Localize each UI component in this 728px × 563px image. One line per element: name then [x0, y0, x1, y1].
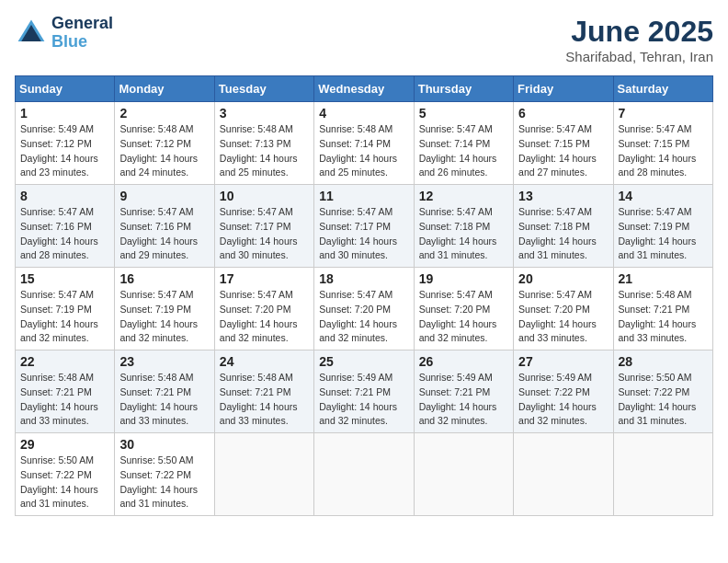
day-cell: 23 Sunrise: 5:48 AM Sunset: 7:21 PM Dayl… [115, 350, 214, 433]
day-info: Sunrise: 5:47 AM Sunset: 7:20 PM Dayligh… [220, 288, 309, 346]
day-cell [514, 433, 613, 516]
weekday-header-thursday: Thursday [414, 76, 513, 102]
day-info: Sunrise: 5:47 AM Sunset: 7:17 PM Dayligh… [220, 205, 309, 263]
day-info: Sunrise: 5:48 AM Sunset: 7:21 PM Dayligh… [220, 371, 309, 429]
logo-icon [15, 17, 48, 50]
day-cell [314, 433, 414, 516]
day-cell: 3 Sunrise: 5:48 AM Sunset: 7:13 PM Dayli… [214, 102, 313, 185]
week-row-1: 1 Sunrise: 5:49 AM Sunset: 7:12 PM Dayli… [16, 102, 713, 185]
day-number: 28 [619, 354, 708, 369]
day-number: 7 [619, 106, 708, 121]
day-cell: 16 Sunrise: 5:47 AM Sunset: 7:19 PM Dayl… [115, 268, 214, 350]
day-info: Sunrise: 5:47 AM Sunset: 7:20 PM Dayligh… [319, 288, 408, 346]
page-header: General Blue June 2025 Sharifabad, Tehra… [15, 15, 713, 64]
day-info: Sunrise: 5:47 AM Sunset: 7:14 PM Dayligh… [419, 122, 508, 180]
day-info: Sunrise: 5:49 AM Sunset: 7:12 PM Dayligh… [20, 122, 109, 180]
day-info: Sunrise: 5:47 AM Sunset: 7:19 PM Dayligh… [119, 288, 209, 346]
day-cell: 25 Sunrise: 5:49 AM Sunset: 7:21 PM Dayl… [314, 350, 414, 433]
day-number: 23 [119, 354, 209, 369]
day-cell: 30 Sunrise: 5:50 AM Sunset: 7:22 PM Dayl… [115, 433, 214, 516]
week-row-3: 15 Sunrise: 5:47 AM Sunset: 7:19 PM Dayl… [16, 268, 713, 350]
day-info: Sunrise: 5:47 AM Sunset: 7:18 PM Dayligh… [419, 205, 508, 263]
logo-text: General Blue [51, 15, 113, 52]
day-info: Sunrise: 5:49 AM Sunset: 7:21 PM Dayligh… [319, 371, 408, 429]
weekday-header-monday: Monday [115, 76, 214, 102]
day-number: 22 [20, 354, 109, 369]
day-cell: 18 Sunrise: 5:47 AM Sunset: 7:20 PM Dayl… [314, 268, 414, 350]
day-info: Sunrise: 5:47 AM Sunset: 7:17 PM Dayligh… [319, 205, 408, 263]
day-info: Sunrise: 5:47 AM Sunset: 7:20 PM Dayligh… [518, 288, 608, 346]
day-number: 18 [319, 271, 408, 286]
day-cell: 15 Sunrise: 5:47 AM Sunset: 7:19 PM Dayl… [16, 268, 115, 350]
day-number: 6 [518, 106, 608, 121]
day-number: 4 [319, 106, 408, 121]
day-number: 26 [419, 354, 508, 369]
day-info: Sunrise: 5:50 AM Sunset: 7:22 PM Dayligh… [619, 371, 708, 429]
day-number: 27 [518, 354, 608, 369]
day-info: Sunrise: 5:49 AM Sunset: 7:21 PM Dayligh… [419, 371, 508, 429]
day-number: 19 [419, 271, 508, 286]
day-cell: 10 Sunrise: 5:47 AM Sunset: 7:17 PM Dayl… [214, 185, 313, 268]
day-cell: 20 Sunrise: 5:47 AM Sunset: 7:20 PM Dayl… [514, 268, 613, 350]
day-number: 25 [319, 354, 408, 369]
day-cell: 21 Sunrise: 5:48 AM Sunset: 7:21 PM Dayl… [613, 268, 712, 350]
day-cell [214, 433, 313, 516]
day-number: 9 [119, 189, 209, 203]
day-cell: 17 Sunrise: 5:47 AM Sunset: 7:20 PM Dayl… [214, 268, 313, 350]
day-info: Sunrise: 5:48 AM Sunset: 7:12 PM Dayligh… [119, 122, 209, 180]
logo: General Blue [15, 15, 113, 52]
day-number: 15 [20, 271, 109, 286]
day-number: 2 [119, 106, 209, 121]
day-info: Sunrise: 5:48 AM Sunset: 7:21 PM Dayligh… [619, 288, 708, 346]
day-number: 3 [220, 106, 309, 121]
day-info: Sunrise: 5:48 AM Sunset: 7:14 PM Dayligh… [319, 122, 408, 180]
month-title: June 2025 [565, 15, 713, 49]
day-cell: 22 Sunrise: 5:48 AM Sunset: 7:21 PM Dayl… [16, 350, 115, 433]
day-cell: 26 Sunrise: 5:49 AM Sunset: 7:21 PM Dayl… [414, 350, 513, 433]
day-cell: 9 Sunrise: 5:47 AM Sunset: 7:16 PM Dayli… [115, 185, 214, 268]
day-cell: 27 Sunrise: 5:49 AM Sunset: 7:22 PM Dayl… [514, 350, 613, 433]
day-number: 20 [518, 271, 608, 286]
week-row-5: 29 Sunrise: 5:50 AM Sunset: 7:22 PM Dayl… [16, 433, 713, 516]
day-cell: 8 Sunrise: 5:47 AM Sunset: 7:16 PM Dayli… [16, 185, 115, 268]
day-number: 12 [419, 189, 508, 203]
day-cell: 19 Sunrise: 5:47 AM Sunset: 7:20 PM Dayl… [414, 268, 513, 350]
day-number: 1 [20, 106, 109, 121]
day-number: 21 [619, 271, 708, 286]
week-row-2: 8 Sunrise: 5:47 AM Sunset: 7:16 PM Dayli… [16, 185, 713, 268]
day-number: 24 [220, 354, 309, 369]
weekday-header-tuesday: Tuesday [214, 76, 313, 102]
day-cell: 11 Sunrise: 5:47 AM Sunset: 7:17 PM Dayl… [314, 185, 414, 268]
day-number: 29 [20, 437, 109, 452]
day-info: Sunrise: 5:47 AM Sunset: 7:20 PM Dayligh… [419, 288, 508, 346]
location: Sharifabad, Tehran, Iran [565, 49, 713, 64]
title-block: June 2025 Sharifabad, Tehran, Iran [565, 15, 713, 64]
day-number: 10 [220, 189, 309, 203]
day-cell: 5 Sunrise: 5:47 AM Sunset: 7:14 PM Dayli… [414, 102, 513, 185]
day-info: Sunrise: 5:50 AM Sunset: 7:22 PM Dayligh… [20, 454, 109, 511]
day-number: 16 [119, 271, 209, 286]
weekday-header-row: SundayMondayTuesdayWednesdayThursdayFrid… [16, 76, 713, 102]
day-cell: 12 Sunrise: 5:47 AM Sunset: 7:18 PM Dayl… [414, 185, 513, 268]
day-info: Sunrise: 5:48 AM Sunset: 7:13 PM Dayligh… [220, 122, 309, 180]
weekday-header-friday: Friday [514, 76, 613, 102]
day-info: Sunrise: 5:47 AM Sunset: 7:18 PM Dayligh… [518, 205, 608, 263]
day-cell: 7 Sunrise: 5:47 AM Sunset: 7:15 PM Dayli… [613, 102, 712, 185]
day-number: 30 [119, 437, 209, 452]
day-info: Sunrise: 5:48 AM Sunset: 7:21 PM Dayligh… [20, 371, 109, 429]
day-info: Sunrise: 5:48 AM Sunset: 7:21 PM Dayligh… [119, 371, 209, 429]
day-number: 14 [619, 189, 708, 203]
weekday-header-saturday: Saturday [613, 76, 712, 102]
day-info: Sunrise: 5:50 AM Sunset: 7:22 PM Dayligh… [119, 454, 209, 511]
day-number: 5 [419, 106, 508, 121]
day-number: 13 [518, 189, 608, 203]
weekday-header-wednesday: Wednesday [314, 76, 414, 102]
day-info: Sunrise: 5:47 AM Sunset: 7:19 PM Dayligh… [20, 288, 109, 346]
day-info: Sunrise: 5:47 AM Sunset: 7:19 PM Dayligh… [619, 205, 708, 263]
day-cell [613, 433, 712, 516]
day-cell: 4 Sunrise: 5:48 AM Sunset: 7:14 PM Dayli… [314, 102, 414, 185]
day-cell: 13 Sunrise: 5:47 AM Sunset: 7:18 PM Dayl… [514, 185, 613, 268]
day-cell: 14 Sunrise: 5:47 AM Sunset: 7:19 PM Dayl… [613, 185, 712, 268]
weekday-header-sunday: Sunday [16, 76, 115, 102]
week-row-4: 22 Sunrise: 5:48 AM Sunset: 7:21 PM Dayl… [16, 350, 713, 433]
